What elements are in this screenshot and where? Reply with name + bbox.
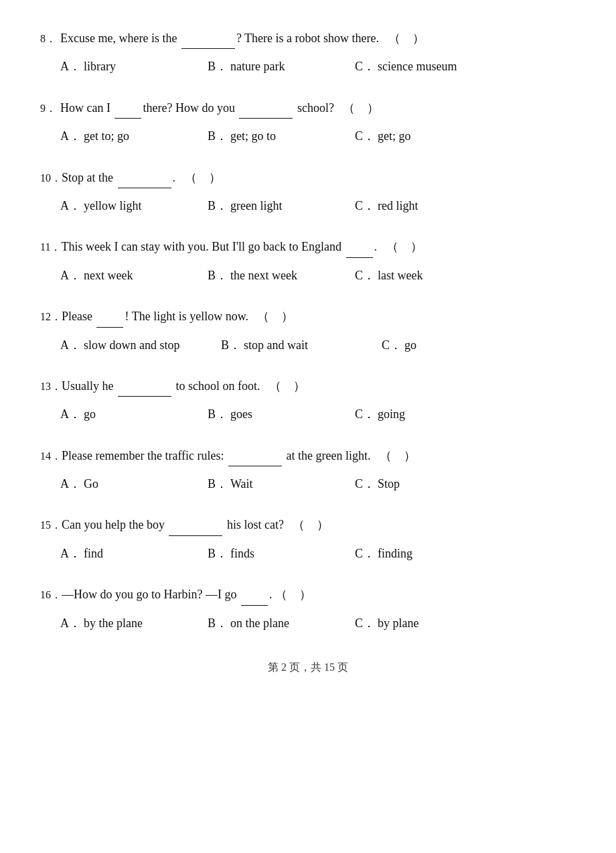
q8-text-c: science museum [378, 56, 457, 77]
q14-label-b: B． [208, 473, 228, 495]
q12-options: A．slow down and stop B．stop and wait C．g… [40, 334, 576, 356]
q11-label-b: B． [208, 265, 228, 286]
q9-label-a: A． [60, 125, 81, 147]
q16-blank [241, 583, 268, 605]
question-11-line: 11． This week I can stay with you. But I… [40, 235, 576, 257]
q12-option-c: C．go [382, 334, 489, 356]
q12-blank [96, 305, 123, 327]
q15-text-c: finding [378, 543, 412, 564]
q16-option-c: C．by plane [355, 612, 462, 634]
q9-options: A．get to; go B．get; go to C．get; go [40, 125, 576, 147]
q15-option-a: A．find [60, 543, 167, 564]
question-8-line: 8． Excuse me, where is the ? There is a … [40, 27, 576, 49]
q12-label-c: C． [382, 334, 402, 356]
question-16: 16． —How do you go to Harbin? —I go . （ … [40, 583, 576, 634]
q14-number: 14． [40, 447, 62, 465]
q16-label-a: A． [60, 612, 81, 634]
q9-option-b: B．get; go to [208, 125, 315, 147]
q15-label-c: C． [355, 543, 375, 564]
q10-label-b: B． [208, 195, 228, 216]
q16-text: —How do you go to Harbin? —I go . （ ） [62, 583, 576, 605]
q16-text-c: by plane [378, 612, 418, 634]
q14-options: A．Go B．Wait C．Stop [40, 473, 576, 495]
question-8: 8． Excuse me, where is the ? There is a … [40, 27, 576, 78]
q16-number: 16． [40, 586, 62, 604]
q15-label-b: B． [208, 543, 228, 564]
q9-text: How can I there? How do you school? （ ） [60, 96, 576, 119]
q8-label-c: C． [355, 56, 375, 77]
q8-label-a: A． [60, 56, 81, 77]
q11-options: A．next week B．the next week C．last week [40, 265, 576, 286]
q11-option-c: C．last week [355, 265, 462, 286]
q13-number: 13． [40, 377, 62, 395]
q12-text: Please ! The light is yellow now. （ ） [62, 305, 576, 327]
q15-option-b: B．finds [208, 543, 315, 564]
question-9: 9． How can I there? How do you school? （… [40, 96, 576, 147]
question-10-line: 10． Stop at the . （ ） [40, 166, 576, 188]
q12-label-a: A． [60, 334, 81, 356]
q11-text-b: the next week [230, 265, 297, 286]
question-12: 12． Please ! The light is yellow now. （ … [40, 305, 576, 356]
q8-text-b: nature park [230, 56, 285, 77]
question-16-line: 16． —How do you go to Harbin? —I go . （ … [40, 583, 576, 605]
question-14: 14． Please remember the traffic rules: a… [40, 444, 576, 495]
q16-label-b: B． [208, 612, 228, 634]
q10-label-c: C． [355, 195, 375, 216]
question-11: 11． This week I can stay with you. But I… [40, 235, 576, 286]
q12-label-b: B． [221, 334, 241, 356]
q11-number: 11． [40, 238, 61, 256]
q15-text-a: find [84, 543, 103, 564]
question-9-line: 9． How can I there? How do you school? （… [40, 96, 576, 119]
q16-option-a: A．by the plane [60, 612, 167, 634]
q11-text-a: next week [84, 265, 133, 286]
q8-option-c: C．science museum [355, 56, 462, 77]
q13-text-b: goes [230, 403, 252, 425]
q16-label-c: C． [355, 612, 375, 634]
q10-text-b: green light [230, 195, 282, 216]
q10-option-c: C．red light [355, 195, 462, 216]
q9-blank2 [239, 96, 293, 119]
q10-label-a: A． [60, 195, 81, 216]
q14-label-c: C． [355, 473, 375, 495]
q11-option-b: B．the next week [208, 265, 315, 286]
q9-label-c: C． [355, 125, 375, 147]
q16-text-b: on the plane [230, 612, 289, 634]
q14-text-b: Wait [230, 473, 253, 495]
q11-text-c: last week [378, 265, 422, 286]
q8-label-b: B． [208, 56, 228, 77]
q11-text: This week I can stay with you. But I'll … [61, 235, 576, 257]
q8-option-b: B．nature park [208, 56, 315, 77]
q14-text-a: Go [84, 473, 98, 495]
q9-option-a: A．get to; go [60, 125, 167, 147]
q13-text-a: go [84, 403, 96, 425]
q12-text-b: stop and wait [244, 334, 308, 356]
q13-options: A．go B．goes C．going [40, 403, 576, 425]
q15-option-c: C．finding [355, 543, 462, 564]
q8-text: Excuse me, where is the ? There is a rob… [60, 27, 576, 49]
q13-label-b: B． [208, 403, 228, 425]
q11-option-a: A．next week [60, 265, 167, 286]
q13-label-a: A． [60, 403, 81, 425]
question-10: 10． Stop at the . （ ） A．yellow light B．g… [40, 166, 576, 217]
q11-label-c: C． [355, 265, 375, 286]
q8-option-a: A．library [60, 56, 167, 77]
q15-text-b: finds [230, 543, 254, 564]
question-13-line: 13． Usually he to school on foot. （ ） [40, 375, 576, 397]
q10-text: Stop at the . （ ） [62, 166, 576, 188]
q12-number: 12． [40, 308, 62, 326]
q8-options: A．library B．nature park C．science museum [40, 56, 576, 77]
q10-option-a: A．yellow light [60, 195, 167, 216]
q9-label-b: B． [208, 125, 228, 147]
q8-number: 8． [40, 29, 60, 48]
q15-text: Can you help the boy his lost cat? （ ） [62, 513, 576, 535]
q14-text-c: Stop [378, 473, 400, 495]
q8-text-a: library [84, 56, 116, 77]
question-15-line: 15． Can you help the boy his lost cat? （… [40, 513, 576, 535]
q12-option-a: A．slow down and stop [60, 334, 194, 356]
question-12-line: 12． Please ! The light is yellow now. （ … [40, 305, 576, 327]
q11-blank [346, 235, 373, 257]
q9-option-c: C．get; go [355, 125, 462, 147]
q14-option-b: B．Wait [208, 473, 315, 495]
q14-option-c: C．Stop [355, 473, 462, 495]
q10-blank [118, 166, 171, 188]
